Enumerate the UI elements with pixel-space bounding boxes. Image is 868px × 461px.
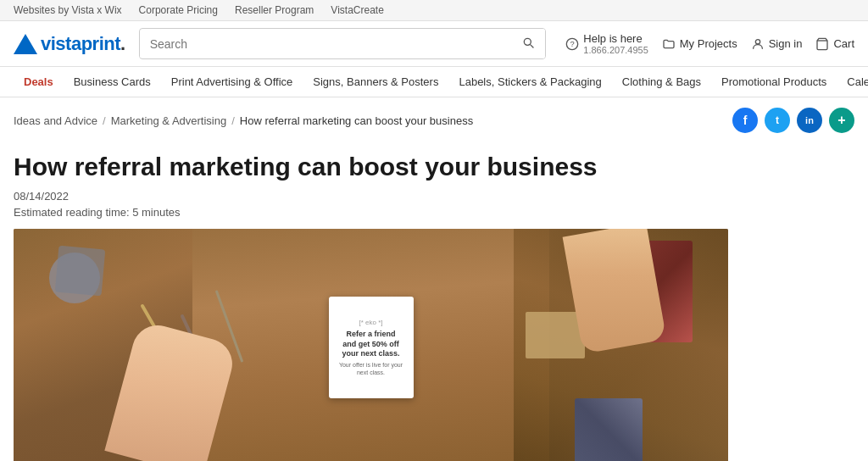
- article-reading-time: Estimated reading time: 5 minutes: [14, 206, 715, 219]
- article-hero-image: [* eko *] Refer a friend and get 50% off…: [14, 229, 728, 461]
- logo-triangle-icon: [14, 34, 37, 54]
- search-input[interactable]: [140, 31, 511, 58]
- facebook-icon: f: [743, 114, 748, 127]
- referral-card: [* eko *] Refer a friend and get 50% off…: [329, 297, 414, 398]
- help-link[interactable]: ? Help is here 1.866.207.4955: [565, 32, 648, 55]
- article-title: How referral marketing can boost your bu…: [14, 150, 715, 183]
- topbar-link-vistacreate[interactable]: VistaCreate: [331, 4, 383, 16]
- breadcrumb-separator-1: /: [103, 114, 106, 127]
- search-icon: [521, 36, 535, 49]
- breadcrumb-row: Ideas and Advice / Marketing & Advertisi…: [0, 97, 868, 143]
- header-actions: ? Help is here 1.866.207.4955 My Project…: [565, 32, 854, 55]
- hero-item-2: [54, 246, 105, 297]
- logo[interactable]: vistaprint.: [14, 33, 125, 55]
- my-projects-link[interactable]: My Projects: [662, 37, 737, 51]
- more-share-icon: +: [837, 113, 845, 128]
- svg-text:?: ?: [570, 40, 575, 48]
- nav-item-print-advertising[interactable]: Print Advertising & Office: [161, 67, 303, 97]
- user-icon: [751, 37, 765, 51]
- topbar-link-websites-vistawix[interactable]: Websites by Vista x Wix: [14, 4, 122, 16]
- breadcrumb-separator-2: /: [231, 114, 235, 127]
- top-bar: const pd = JSON.parse(document.getElemen…: [0, 0, 868, 21]
- breadcrumb-marketing[interactable]: Marketing & Advertising: [111, 114, 227, 127]
- article-content: How referral marketing can boost your bu…: [0, 143, 729, 461]
- header: vistaprint. ? Help is here 1.866.207.495…: [0, 21, 868, 67]
- card-logo: [* eko *]: [359, 319, 382, 326]
- article-date: 08/14/2022: [14, 190, 715, 203]
- svg-point-2: [755, 39, 760, 43]
- nav-item-clothing-bags[interactable]: Clothing & Bags: [612, 67, 711, 97]
- breadcrumb: Ideas and Advice / Marketing & Advertisi…: [14, 114, 473, 127]
- cart-link[interactable]: Cart: [815, 37, 854, 51]
- sign-in-link[interactable]: Sign in: [751, 37, 803, 51]
- nav-item-promotional[interactable]: Promotional Products: [711, 67, 837, 97]
- nav-item-business-cards[interactable]: Business Cards: [64, 67, 161, 97]
- nav-item-labels-stickers[interactable]: Labels, Stickers & Packaging: [448, 67, 611, 97]
- nav-item-deals[interactable]: Deals: [14, 67, 64, 97]
- breadcrumb-current: How referral marketing can boost your bu…: [240, 114, 473, 127]
- search-button[interactable]: [511, 29, 545, 58]
- share-linkedin-button[interactable]: in: [797, 108, 822, 133]
- nav-item-signs-banners[interactable]: Signs, Banners & Posters: [303, 67, 448, 97]
- logo-text: vistaprint.: [41, 33, 125, 55]
- card-main-text: Refer a friend and get 50% off your next…: [342, 330, 399, 359]
- share-more-button[interactable]: +: [829, 108, 854, 133]
- share-facebook-button[interactable]: f: [732, 108, 758, 133]
- linkedin-icon: in: [805, 115, 814, 125]
- main-nav: Deals Business Cards Print Advertising &…: [0, 67, 868, 97]
- help-icon: ?: [565, 37, 579, 51]
- share-twitter-button[interactable]: t: [765, 108, 790, 133]
- social-share: f t in +: [732, 108, 854, 133]
- card-sub-text: Your offer is live for your next class.: [336, 362, 407, 376]
- twitter-icon: t: [776, 114, 779, 126]
- cart-icon: [815, 37, 829, 51]
- topbar-link-corporate-pricing[interactable]: Corporate Pricing: [139, 4, 218, 16]
- search-bar: [139, 28, 546, 59]
- nav-item-calendars-gifts[interactable]: Calendars & Gifts: [837, 67, 868, 97]
- breadcrumb-ideas-advice[interactable]: Ideas and Advice: [14, 114, 97, 127]
- folder-icon: [662, 37, 676, 51]
- topbar-link-reseller-program[interactable]: Reseller Program: [235, 4, 314, 16]
- help-text: Help is here 1.866.207.4955: [583, 32, 648, 55]
- hero-item-fabric-2: [575, 398, 643, 461]
